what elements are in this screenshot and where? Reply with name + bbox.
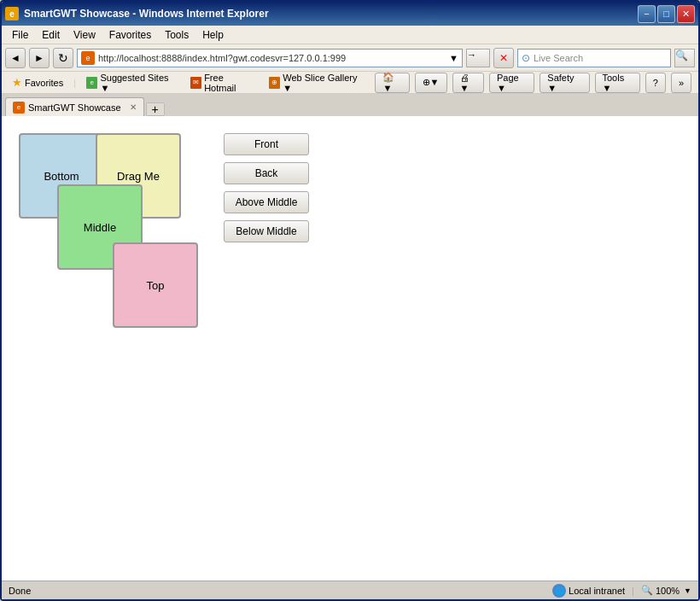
webslice-icon: ⊕ (269, 77, 280, 89)
status-bar: Done 🌐 Local intranet | 🔍 100% ▼ (2, 581, 698, 599)
hotmail-icon: ✉ (190, 77, 201, 89)
new-tab-button[interactable]: + (146, 102, 165, 116)
address-input[interactable]: e http://localhost:8888/index.html?gwt.c… (77, 49, 463, 67)
zoom-icon: 🔍 (641, 585, 653, 596)
print-button[interactable]: 🖨▼ (452, 73, 485, 93)
window-title: SmartGWT Showcase - Windows Internet Exp… (24, 8, 269, 20)
zoom-dropdown-arrow: ▼ (684, 586, 691, 595)
search-button[interactable]: 🔍 (674, 49, 695, 67)
main-content: Bottom Drag Me Middle Top Front Back Abo… (2, 116, 698, 599)
page-button[interactable]: Page ▼ (489, 73, 534, 93)
menu-file[interactable]: File (5, 27, 35, 43)
address-bar: ◄ ► ↻ e http://localhost:8888/index.html… (2, 44, 698, 72)
close-button[interactable]: ✕ (677, 5, 695, 23)
favorites-button[interactable]: ★ Favorites (9, 74, 67, 90)
tab-icon: e (13, 102, 25, 114)
status-text: Done (9, 586, 552, 596)
rss-button[interactable]: ⊕▼ (415, 73, 447, 93)
status-label: Done (9, 586, 31, 596)
above-middle-button[interactable]: Above Middle (224, 191, 309, 213)
url-text: http://localhost:8888/index.html?gwt.cod… (98, 53, 346, 63)
home-button[interactable]: 🏠▼ (375, 73, 409, 93)
back-button[interactable]: ◄ (5, 48, 26, 68)
active-tab[interactable]: e SmartGWT Showcase ✕ (5, 97, 144, 116)
star-icon: ★ (12, 76, 22, 89)
toolbar-right: 🏠▼ ⊕▼ 🖨▼ Page ▼ Safety ▼ Tools ▼ ? » (375, 73, 691, 93)
demo-area: Bottom Drag Me Middle Top Front Back Abo… (2, 116, 698, 599)
drag-me-box-label: Drag Me (117, 170, 160, 183)
maximize-button[interactable]: □ (657, 5, 675, 23)
back-button-demo[interactable]: Back (224, 162, 309, 184)
favorites-bar: ★ Favorites | e Suggested Sites ▼ ✉ Free… (2, 72, 698, 94)
below-middle-button[interactable]: Below Middle (224, 220, 309, 242)
tab-label: SmartGWT Showcase (28, 102, 121, 113)
top-box-label: Top (147, 279, 165, 292)
menu-edit[interactable]: Edit (35, 27, 67, 43)
suggested-sites[interactable]: e Suggested Sites ▼ (83, 71, 180, 95)
middle-box-label: Middle (84, 221, 116, 234)
web-slice-gallery[interactable]: ⊕ Web Slice Gallery ▼ (265, 71, 368, 95)
safety-button[interactable]: Safety ▼ (540, 73, 589, 93)
browser-window: e SmartGWT Showcase - Windows Internet E… (0, 0, 700, 601)
title-bar-buttons: − □ ✕ (638, 5, 695, 23)
favorites-label: Favorites (25, 78, 63, 88)
minimize-button[interactable]: − (638, 5, 656, 23)
ie-icon: e (5, 7, 19, 20)
webslice-label: Web Slice Gallery ▼ (283, 73, 365, 93)
suggested-label: Suggested Sites ▼ (100, 73, 176, 93)
menu-bar: File Edit View Favorites Tools Help (2, 26, 698, 44)
search-box[interactable]: ⊙ Live Search (517, 49, 671, 67)
zone-label: Local intranet (569, 586, 625, 596)
zoom-indicator[interactable]: 🔍 100% ▼ (641, 585, 691, 596)
forward-button[interactable]: ► (29, 48, 50, 68)
help-button[interactable]: ? (645, 73, 666, 93)
menu-help[interactable]: Help (195, 27, 230, 43)
tab-bar: e SmartGWT Showcase ✕ + (2, 94, 698, 116)
menu-view[interactable]: View (67, 27, 102, 43)
go-button[interactable]: → (466, 49, 490, 67)
title-bar: e SmartGWT Showcase - Windows Internet E… (2, 2, 698, 26)
stop-button[interactable]: ✕ (493, 48, 514, 68)
suggested-icon: e (86, 77, 97, 89)
hotmail-label: Free Hotmail (204, 73, 255, 93)
search-placeholder: Live Search (534, 53, 583, 63)
zone-indicator: 🌐 Local intranet (552, 584, 625, 598)
globe-icon: 🌐 (552, 584, 566, 598)
tab-close-icon[interactable]: ✕ (130, 102, 137, 112)
refresh-button[interactable]: ↻ (53, 48, 73, 68)
buttons-panel: Front Back Above Middle Below Middle (224, 133, 309, 242)
tools-button[interactable]: Tools ▼ (595, 73, 640, 93)
zoom-label: 100% (656, 586, 680, 596)
menu-favorites[interactable]: Favorites (102, 27, 158, 43)
front-button[interactable]: Front (224, 133, 309, 155)
more-button[interactable]: » (671, 73, 691, 93)
menu-tools[interactable]: Tools (158, 27, 195, 43)
title-bar-left: e SmartGWT Showcase - Windows Internet E… (5, 7, 269, 20)
bottom-box-label: Bottom (44, 170, 79, 183)
status-right: 🌐 Local intranet | 🔍 100% ▼ (552, 584, 691, 598)
free-hotmail[interactable]: ✉ Free Hotmail (187, 71, 259, 95)
top-box[interactable]: Top (113, 242, 198, 328)
page-icon: e (81, 51, 95, 65)
